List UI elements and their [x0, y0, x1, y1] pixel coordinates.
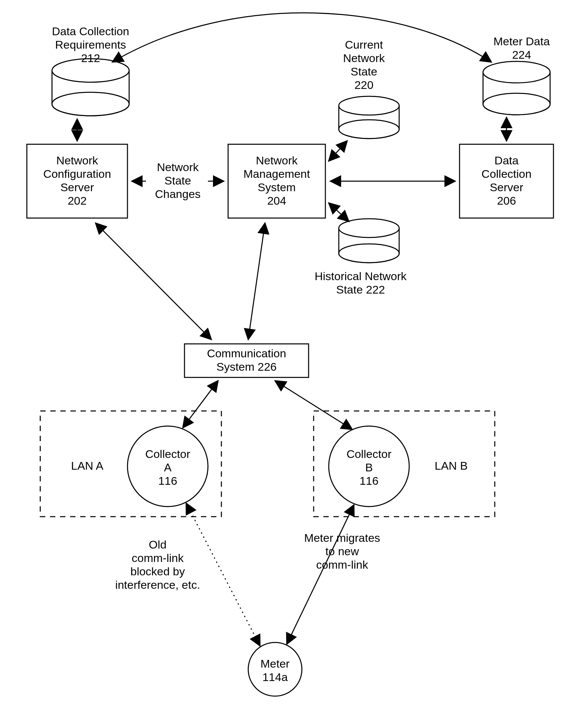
meter-label-2: 114a [262, 671, 288, 683]
edge-nms-cs [248, 223, 265, 339]
svg-point-3 [339, 96, 399, 115]
cylinder-historical-network-state: Historical Network State 222 [315, 219, 407, 296]
edge-nms-cns [329, 141, 347, 161]
old-label-2: comm-link [132, 551, 184, 564]
dcr-label-3: 212 [81, 52, 100, 64]
box-network-configuration-server: Network Configuration Server 202 [27, 144, 128, 218]
hns-label-2: State 222 [336, 283, 385, 296]
dcr-label-2: Requirements [55, 38, 126, 51]
cns-label-2: Network [343, 52, 385, 64]
meter-label-1: Meter [261, 657, 290, 670]
nsc-label-1: Network [157, 161, 199, 174]
colA-label-1: Collector [145, 447, 190, 460]
nsc-label-2: State [164, 174, 191, 187]
edge-colB-meter [287, 505, 354, 644]
dcr-label-1: Data Collection [52, 25, 130, 37]
colB-label-2: B [365, 461, 373, 474]
svg-point-5 [483, 61, 550, 83]
ncs-label-3: Server [60, 181, 94, 193]
old-label-3: blocked by [131, 565, 185, 578]
dcs-label-1: Data [495, 154, 518, 167]
edge-nms-hns [329, 203, 349, 222]
edge-dcr-md-curve [112, 13, 491, 62]
nms-label-3: System [258, 181, 295, 193]
edge-ncs-cs [96, 223, 211, 339]
circle-collector-a: Collector A 116 [128, 426, 208, 506]
md-label-2: 224 [512, 48, 531, 61]
diagram-canvas: Data Collection Requirements 212 Current… [0, 0, 586, 728]
box-data-collection-server: Data Collection Server 206 [459, 144, 554, 218]
cs-label-1: Communication [207, 347, 286, 360]
nms-label-1: Network [256, 154, 298, 167]
circle-meter: Meter 114a [248, 643, 302, 696]
old-label-1: Old [149, 538, 167, 551]
colA-label-2: A [164, 461, 172, 474]
cns-label-4: 220 [354, 78, 374, 91]
ncs-label-1: Network [56, 154, 99, 167]
dcs-label-4: 206 [497, 194, 516, 207]
hns-label-1: Historical Network [315, 270, 407, 283]
colB-label-1: Collector [346, 447, 392, 460]
edge-cs-colA [183, 381, 218, 428]
old-label-4: interference, etc. [115, 578, 200, 591]
nsc-label-3: Changes [155, 187, 201, 200]
edge-cs-colB [275, 381, 352, 430]
colB-label-3: 116 [359, 474, 379, 487]
mig-label-1: Meter migrates [304, 531, 380, 544]
circle-collector-b: Collector B 116 [329, 426, 409, 506]
nms-label-4: 204 [267, 194, 287, 207]
cns-label-3: State [350, 65, 377, 78]
dcs-label-3: Server [490, 181, 523, 193]
svg-point-7 [339, 219, 399, 237]
ncs-label-4: 202 [68, 194, 87, 207]
edge-colA-meter-dotted [186, 503, 260, 646]
box-network-management-system: Network Management System 204 [228, 144, 325, 218]
ncs-label-2: Configuration [43, 167, 111, 180]
cns-label-1: Current [345, 38, 383, 51]
nms-label-2: Management [243, 167, 310, 180]
cs-label-2: System 226 [216, 360, 277, 373]
cylinder-data-collection-requirements: Data Collection Requirements 212 [52, 25, 130, 116]
dcs-label-2: Collection [481, 167, 531, 180]
cylinder-current-network-state: Current Network State 220 [339, 38, 399, 138]
box-communication-system: Communication System 226 [185, 344, 309, 378]
mig-label-2: to new [325, 545, 359, 557]
lan-a-label: LAN A [71, 459, 104, 472]
lan-b-label: LAN B [435, 459, 468, 472]
md-label-1: Meter Data [494, 35, 550, 48]
cylinder-meter-data: Meter Data 224 [483, 35, 550, 115]
mig-label-3: comm-link [316, 558, 369, 571]
colA-label-3: 116 [158, 474, 178, 487]
